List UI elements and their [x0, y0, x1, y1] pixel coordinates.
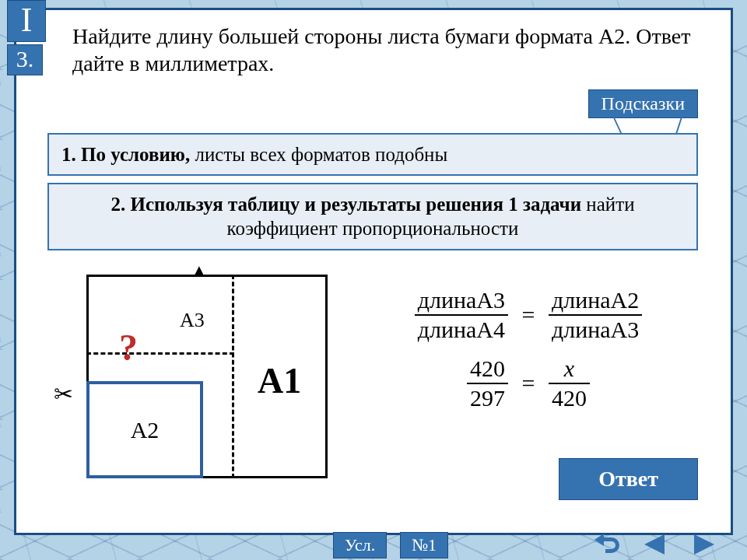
connector-line	[612, 116, 622, 133]
answer-button[interactable]: Ответ	[559, 458, 698, 500]
equation-row-2: 420297 = x420	[369, 355, 688, 412]
task-number-badge: 3.	[7, 44, 43, 75]
undo-icon	[591, 533, 622, 556]
slide-card: Найдите длину большей стороны листа бума…	[14, 8, 733, 535]
dash-horizontal	[86, 352, 234, 355]
equation-row-1: длинаА3длинаА4 = длинаА2длинаА3	[369, 286, 688, 344]
question-text: Найдите длину большей стороны листа бума…	[72, 23, 707, 77]
frac-top: длинаА2	[549, 286, 642, 316]
bottom-nav: Усл. №1	[0, 527, 747, 558]
paper-diagram: ▲ A3 A1 A2 ? ✂	[57, 275, 329, 488]
frac-top: x	[549, 355, 590, 384]
frac-top: длинаА3	[415, 286, 508, 316]
hint2-bold: 2. Используя таблицу и результаты решени…	[110, 194, 581, 215]
question-mark: ?	[119, 326, 138, 369]
equals-sign: =	[514, 301, 543, 329]
hint1-bold: 1. По условию,	[61, 144, 190, 165]
undo-button[interactable]	[587, 530, 627, 558]
scissors-icon: ✂	[54, 380, 73, 408]
frac-top: 420	[467, 355, 508, 384]
triangle-right-icon	[688, 533, 719, 556]
a2-sheet: A2	[86, 381, 203, 478]
frac-bot: 297	[467, 384, 508, 412]
hint1-rest: листы всех форматов подобны	[190, 144, 447, 165]
connector-line	[675, 116, 682, 133]
a2-label: A2	[131, 417, 160, 443]
task1-button[interactable]: №1	[400, 532, 448, 558]
section-badge: I	[7, 0, 46, 42]
a3-label: A3	[180, 309, 205, 332]
a1-label: A1	[258, 360, 301, 401]
math-equations: длинаА3длинаА4 = длинаА2длинаА3 420297 =…	[369, 286, 688, 412]
frac-bot: длинаА4	[415, 316, 508, 344]
next-button[interactable]	[683, 530, 724, 558]
frac-bot: длинаА3	[549, 316, 642, 344]
triangle-left-icon	[640, 533, 671, 556]
hints-button[interactable]: Подсказки	[588, 89, 698, 118]
dash-vertical	[232, 275, 234, 478]
conditions-button[interactable]: Усл.	[333, 532, 387, 558]
frac-bot: 420	[549, 384, 590, 412]
prev-button[interactable]	[635, 530, 675, 558]
equals-sign: =	[514, 369, 543, 397]
hint-box-1: 1. По условию, листы всех форматов подоб…	[47, 133, 698, 176]
hint-box-2: 2. Используя таблицу и результаты решени…	[47, 183, 698, 250]
